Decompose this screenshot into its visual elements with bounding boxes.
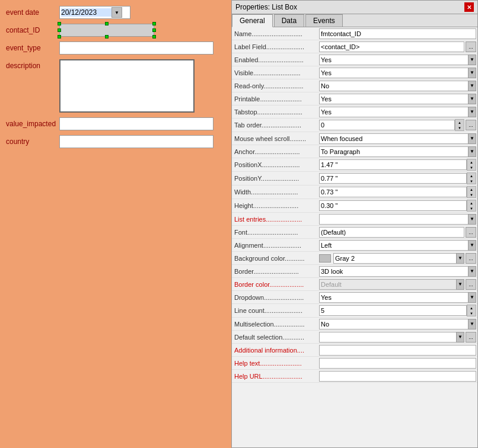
prop-row-0: Name............................ xyxy=(232,27,477,40)
prop-more-button-17[interactable]: ... xyxy=(466,253,476,264)
prop-value-9: To ParagraphAs Character▼ xyxy=(318,146,477,158)
prop-select-5[interactable]: YesNo xyxy=(319,94,476,104)
tab-events[interactable]: Events xyxy=(305,14,343,27)
spin-down-11[interactable]: ▼ xyxy=(467,178,476,184)
prop-more-button-15[interactable]: ... xyxy=(466,227,476,238)
prop-more-button-23[interactable]: ... xyxy=(466,332,476,343)
prop-input-15[interactable] xyxy=(319,227,464,238)
spin-up-10[interactable]: ▲ xyxy=(467,159,476,165)
prop-value-25 xyxy=(318,357,477,369)
event-date-label: event date xyxy=(6,8,59,17)
spin-down-21[interactable]: ▼ xyxy=(467,311,476,316)
prop-select-wrapper-5: YesNo▼ xyxy=(319,94,476,104)
prop-row-26: Help URL...................... xyxy=(232,370,477,383)
prop-label-11: PositionY..................... xyxy=(232,174,318,183)
prop-more-button-19[interactable]: ... xyxy=(466,279,476,290)
prop-label-19: Border color................... xyxy=(232,280,318,289)
prop-spin-input-7[interactable] xyxy=(319,120,455,130)
date-input[interactable] xyxy=(61,8,111,17)
value-impacted-input[interactable] xyxy=(59,117,213,130)
prop-input-1[interactable] xyxy=(319,41,464,52)
prop-row-18: Border.........................3D lookFl… xyxy=(232,265,477,278)
description-textarea[interactable] xyxy=(59,59,195,113)
prop-select-6[interactable]: YesNo xyxy=(319,107,476,117)
prop-spin-input-21[interactable] xyxy=(319,305,467,316)
prop-spin-wrapper-21: ▲▼ xyxy=(319,305,476,316)
prop-value-5: YesNo▼ xyxy=(318,93,477,105)
spin-down-12[interactable]: ▼ xyxy=(467,192,476,197)
spin-down-13[interactable]: ▼ xyxy=(467,206,476,211)
prop-label-16: Alignment..................... xyxy=(232,241,318,250)
prop-value-0 xyxy=(318,28,477,40)
prop-select-19[interactable]: Default xyxy=(319,279,464,290)
prop-select-wrapper-14: ▼ xyxy=(319,214,476,225)
prop-select-wrapper-19: Default▼ xyxy=(319,279,464,290)
tabs-bar: General Data Events xyxy=(232,14,477,27)
prop-select-3[interactable]: YesNo xyxy=(319,68,476,78)
spin-up-13[interactable]: ▲ xyxy=(467,200,476,206)
prop-more-button-7[interactable]: ... xyxy=(466,120,476,130)
prop-value-21: ▲▼ xyxy=(318,304,477,317)
spin-buttons-11: ▲▼ xyxy=(467,172,476,184)
prop-select-9[interactable]: To ParagraphAs Character xyxy=(319,146,476,157)
prop-input-0[interactable] xyxy=(319,28,476,39)
spin-up-7[interactable]: ▲ xyxy=(455,120,464,125)
prop-spin-input-11[interactable] xyxy=(319,173,467,184)
prop-label-13: Height......................... xyxy=(232,201,318,210)
prop-value-26 xyxy=(318,370,477,382)
prop-select-wrapper-1 xyxy=(319,41,464,52)
prop-select-18[interactable]: 3D lookFlatNone xyxy=(319,266,476,277)
spin-up-11[interactable]: ▲ xyxy=(467,173,476,178)
prop-row-16: Alignment.....................LeftCenter… xyxy=(232,239,477,252)
right-panel: Properties: List Box ✕ General Data Even… xyxy=(231,0,478,448)
prop-value-23: ▼... xyxy=(318,331,477,343)
prop-select-4[interactable]: YesNo xyxy=(319,81,476,91)
prop-row-9: Anchor.........................To Paragr… xyxy=(232,145,477,158)
spin-down-10[interactable]: ▼ xyxy=(467,165,476,170)
description-label: description xyxy=(6,62,59,70)
prop-select-2[interactable]: YesNo xyxy=(319,55,476,65)
event-type-input[interactable] xyxy=(59,41,213,55)
prop-row-8: Mouse wheel scroll.........When focusedA… xyxy=(232,132,477,145)
spin-down-7[interactable]: ▼ xyxy=(455,125,464,130)
country-input[interactable] xyxy=(59,135,213,148)
prop-select-8[interactable]: When focusedAlwaysNever xyxy=(319,133,476,144)
prop-row-12: Width..........................▲▼ xyxy=(232,185,477,199)
spin-buttons-7: ▲▼ xyxy=(455,119,464,131)
spin-up-21[interactable]: ▲ xyxy=(467,305,476,311)
prop-value-8: When focusedAlwaysNever▼ xyxy=(318,133,477,145)
tab-general[interactable]: General xyxy=(232,14,273,27)
prop-select-22[interactable]: YesNo xyxy=(319,319,476,329)
prop-spin-input-12[interactable] xyxy=(319,187,467,197)
date-dropdown-button[interactable]: ▼ xyxy=(111,7,122,18)
prop-input-26[interactable] xyxy=(319,371,476,382)
prop-select-wrapper-4: YesNo▼ xyxy=(319,81,476,91)
prop-row-25: Help text....................... xyxy=(232,357,477,370)
left-panel: event date ▼ contact_ID event_type xyxy=(0,0,231,448)
prop-row-6: Tabstop.........................YesNo▼ xyxy=(232,105,477,119)
spin-up-12[interactable]: ▲ xyxy=(467,187,476,192)
prop-input-25[interactable] xyxy=(319,358,476,369)
close-button[interactable]: ✕ xyxy=(464,2,474,12)
prop-spin-input-13[interactable] xyxy=(319,200,467,211)
prop-select-23[interactable] xyxy=(319,332,464,343)
prop-input-24[interactable] xyxy=(319,345,476,356)
prop-select-20[interactable]: YesNo xyxy=(319,292,476,303)
prop-select-17[interactable]: Gray 2 xyxy=(333,253,464,264)
prop-select-wrapper-9: To ParagraphAs Character▼ xyxy=(319,146,476,157)
prop-value-1: ... xyxy=(318,41,477,53)
prop-row-7: Tab order......................▲▼... xyxy=(232,119,477,132)
prop-select-14[interactable] xyxy=(319,214,476,225)
prop-row-22: Multiselection.................YesNo▼ xyxy=(232,318,477,331)
prop-select-16[interactable]: LeftCenterRight xyxy=(319,240,476,251)
prop-spin-input-10[interactable] xyxy=(319,159,467,170)
prop-label-12: Width.......................... xyxy=(232,187,318,197)
prop-label-20: Dropdown...................... xyxy=(232,293,318,302)
prop-more-button-1[interactable]: ... xyxy=(466,41,476,52)
prop-spin-wrapper-12: ▲▼ xyxy=(319,186,476,198)
contact-id-listbox[interactable] xyxy=(59,24,154,37)
tab-data[interactable]: Data xyxy=(274,14,304,27)
prop-row-19: Border color...................Default▼.… xyxy=(232,278,477,291)
prop-row-21: Line count.....................▲▼ xyxy=(232,304,477,318)
prop-label-24: Additional information.... xyxy=(232,345,318,355)
